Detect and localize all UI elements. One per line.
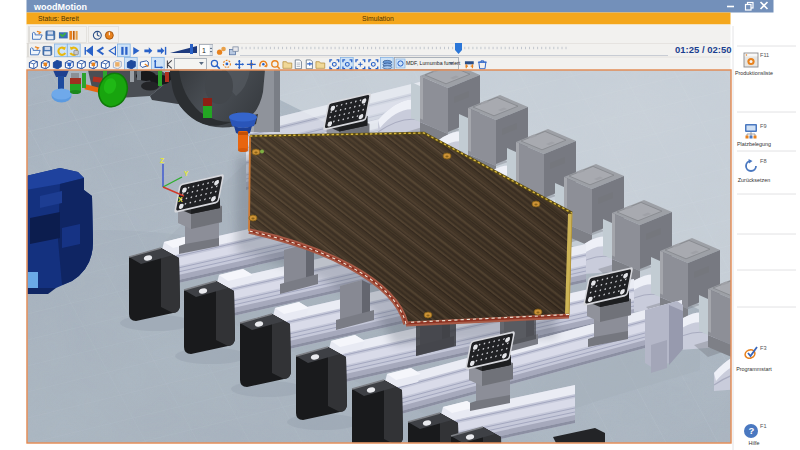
svg-text:Status: Bereit: Status: Bereit — [38, 15, 79, 22]
svg-text:?: ? — [748, 425, 754, 436]
svg-text:01:25 / 02:50: 01:25 / 02:50 — [675, 44, 732, 55]
svg-text:F3: F3 — [760, 345, 767, 351]
svg-text:Zurücksetzen: Zurücksetzen — [738, 177, 770, 183]
svg-text:Platzbelegung: Platzbelegung — [737, 141, 771, 147]
svg-text:Hilfe: Hilfe — [749, 440, 760, 446]
svg-text:Z: Z — [160, 157, 165, 164]
svg-text:F11: F11 — [760, 52, 769, 58]
svg-text:Simulation: Simulation — [362, 15, 394, 22]
svg-text:woodMotion: woodMotion — [33, 2, 87, 12]
svg-text:F9: F9 — [760, 123, 767, 129]
svg-text:Programmstart: Programmstart — [736, 366, 772, 372]
svg-text:F8: F8 — [760, 158, 767, 164]
svg-text:X: X — [178, 196, 183, 203]
svg-text:Produktionsliste: Produktionsliste — [735, 70, 773, 76]
svg-text:1: 1 — [202, 47, 206, 54]
svg-text:Y: Y — [184, 170, 189, 177]
svg-text:F1: F1 — [760, 423, 767, 429]
